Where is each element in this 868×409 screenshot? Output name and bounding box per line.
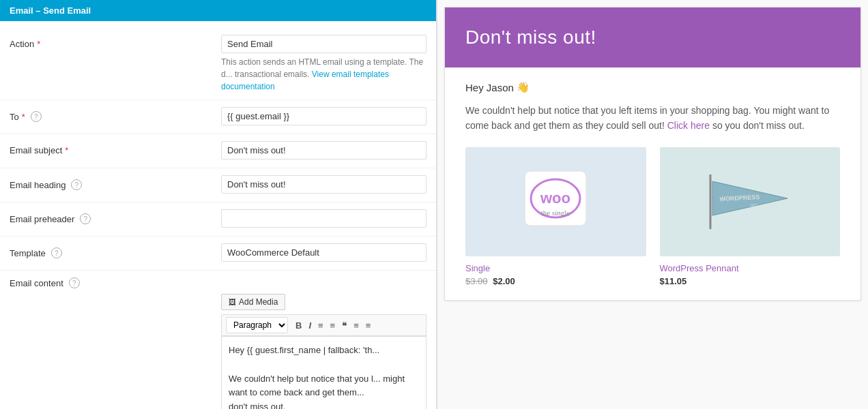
subject-required: * (65, 145, 68, 155)
editor-line-3: don't miss out. (229, 400, 419, 409)
ol-button[interactable]: ≡ (327, 319, 339, 332)
heading-input[interactable] (221, 175, 426, 194)
product-name-2[interactable]: WordPress Pennant (660, 263, 841, 273)
action-field: This action sends an HTML email using a … (221, 35, 426, 93)
action-row: Action * This action sends an HTML email… (0, 28, 436, 100)
content-label: Email content ? (10, 277, 221, 288)
product-price-1: $3.00 $2.00 (465, 276, 646, 286)
wp-pennant-svg: WORDPRESS .org (702, 164, 798, 239)
heading-help-icon[interactable]: ? (71, 179, 82, 190)
email-preview: Don't miss out! Hey Jason 👋 We couldn't … (444, 7, 861, 301)
preheader-field (221, 209, 426, 228)
subject-row: Email subject * (0, 134, 436, 168)
email-greeting: Hey Jason 👋 (465, 81, 840, 93)
product-name-1[interactable]: Single (465, 263, 646, 273)
preheader-input[interactable] (221, 209, 426, 228)
editor-area: Paragraph B I ≡ ≡ ❝ ≡ ≡ Hey {{ guest.fir… (221, 314, 426, 409)
subject-input[interactable] (221, 141, 426, 160)
to-field (221, 107, 426, 125)
preheader-label: Email preheader ? (10, 209, 221, 224)
template-help-icon[interactable]: ? (51, 247, 62, 258)
to-label: To * ? (10, 107, 221, 122)
product-price-old-1: $3.00 (465, 276, 488, 286)
email-body-text-2: so you don't miss out. (712, 120, 805, 131)
bold-button[interactable]: B (292, 319, 305, 332)
products-grid: woo the single Single $3.00 $2.00 (465, 147, 840, 286)
editor-content[interactable]: Hey {{ guest.first_name | fallback: 'th.… (221, 336, 426, 409)
product-image-2: WORDPRESS .org (660, 147, 841, 256)
editor-line-2: We couldn't help but notice that you l..… (229, 372, 419, 401)
right-panel: Don't miss out! Hey Jason 👋 We couldn't … (437, 0, 868, 409)
subject-label: Email subject * (10, 141, 221, 155)
email-click-here-link[interactable]: Click here (667, 120, 710, 131)
heading-field (221, 175, 426, 194)
format-toolbar: Paragraph B I ≡ ≡ ❝ ≡ ≡ (221, 314, 426, 336)
template-row: Template ? (0, 237, 436, 271)
action-input[interactable] (221, 35, 426, 53)
preheader-help-icon[interactable]: ? (80, 213, 91, 224)
product-price-2: $11.05 (660, 276, 841, 286)
template-field (221, 243, 426, 262)
ul-button[interactable]: ≡ (315, 319, 327, 332)
action-required: * (37, 39, 40, 49)
to-required: * (22, 112, 25, 122)
product-price-new-2: $11.05 (660, 276, 687, 286)
align-button[interactable]: ≡ (350, 319, 362, 332)
editor-line-1: Hey {{ guest.first_name | fallback: 'th.… (229, 344, 419, 358)
add-media-button[interactable]: 🖼 Add Media (221, 294, 285, 310)
preheader-row: Email preheader ? (0, 202, 436, 237)
product-card-1: woo the single Single $3.00 $2.00 (465, 147, 646, 286)
woo-logo-svg: woo the single (518, 164, 593, 239)
italic-button[interactable]: I (305, 319, 315, 332)
svg-text:the single: the single (541, 209, 570, 217)
media-icon: 🖼 (229, 298, 236, 306)
email-preview-body: Hey Jason 👋 We couldn't help but notice … (445, 67, 860, 300)
action-description: This action sends an HTML email using a … (221, 56, 426, 93)
email-preview-title: Don't miss out! (465, 27, 840, 48)
format-select[interactable]: Paragraph (226, 317, 288, 333)
to-row: To * ? (0, 100, 436, 134)
product-image-1: woo the single (465, 147, 646, 256)
action-label: Action * (10, 35, 221, 49)
form-body: Action * This action sends an HTML email… (0, 21, 436, 409)
to-input[interactable] (221, 107, 426, 125)
content-help-icon[interactable]: ? (69, 277, 80, 288)
content-row: Email content ? 🖼 Add Media Paragraph B (0, 271, 436, 409)
template-input[interactable] (221, 243, 426, 262)
to-help-icon[interactable]: ? (31, 111, 42, 122)
quote-button[interactable]: ❝ (338, 319, 350, 332)
panel-title: Email – Send Email (10, 5, 91, 16)
product-price-new-1: $2.00 (493, 276, 515, 286)
email-body-text: We couldn't help but notice that you lef… (465, 103, 840, 134)
email-preview-header: Don't miss out! (445, 7, 860, 67)
svg-text:.org: .org (749, 202, 757, 208)
heading-row: Email heading ? (0, 168, 436, 202)
indent-button[interactable]: ≡ (362, 319, 375, 332)
heading-label: Email heading ? (10, 175, 221, 190)
product-card-2: WORDPRESS .org WordPress Pennant $11.05 (660, 147, 841, 286)
panel-header: Email – Send Email (0, 0, 436, 21)
subject-field (221, 141, 426, 160)
template-label: Template ? (10, 243, 221, 258)
left-panel: Email – Send Email Action * This action … (0, 0, 437, 409)
add-media-container: 🖼 Add Media (221, 294, 426, 310)
svg-text:woo: woo (540, 190, 570, 207)
greeting-emoji: 👋 (517, 81, 530, 93)
